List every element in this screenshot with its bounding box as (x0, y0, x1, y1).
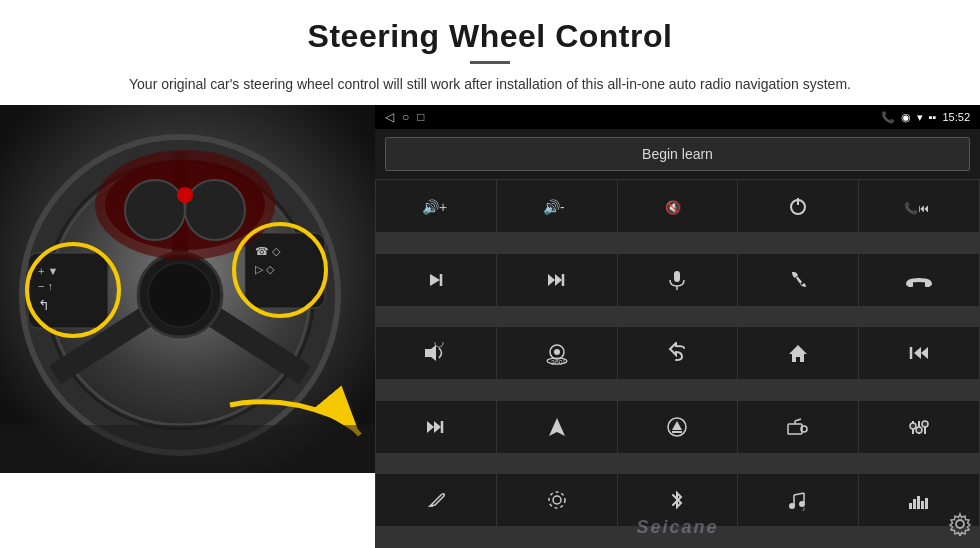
bluetooth-button[interactable] (618, 474, 738, 526)
svg-point-23 (177, 187, 193, 203)
begin-learn-row: Begin learn (375, 129, 980, 179)
next-track-button[interactable] (376, 254, 496, 306)
svg-text:☎  ◇: ☎ ◇ (255, 245, 281, 257)
power-button[interactable] (738, 180, 858, 232)
svg-text:📞⏮: 📞⏮ (904, 201, 929, 215)
begin-learn-button[interactable]: Begin learn (385, 137, 970, 171)
svg-text:↰: ↰ (38, 297, 50, 313)
svg-rect-42 (908, 282, 913, 287)
settings-button[interactable] (497, 474, 617, 526)
svg-text:−  ↑: − ↑ (38, 280, 53, 292)
svg-marker-52 (921, 347, 928, 359)
svg-rect-83 (921, 501, 924, 509)
page-wrapper: Steering Wheel Control Your original car… (0, 0, 980, 548)
time-display: 15:52 (942, 111, 970, 123)
svg-text:▷  ◇: ▷ ◇ (255, 263, 275, 275)
svg-marker-44 (425, 345, 436, 361)
svg-text:🔊+: 🔊+ (422, 199, 447, 216)
svg-point-73 (549, 492, 565, 508)
svg-rect-80 (909, 503, 912, 509)
svg-rect-43 (925, 282, 930, 287)
svg-marker-34 (430, 274, 440, 286)
svg-text:♪: ♪ (802, 505, 806, 511)
svg-rect-27 (0, 425, 375, 473)
mute-button[interactable]: 🔇 (618, 180, 738, 232)
location-icon: ◉ (901, 111, 911, 124)
svg-marker-50 (789, 345, 807, 362)
phone-button[interactable] (738, 254, 858, 306)
subtitle: Your original car's steering wheel contr… (80, 74, 900, 95)
vol-up-button[interactable]: 🔊+ (376, 180, 496, 232)
svg-point-77 (789, 503, 795, 509)
home-nav-icon[interactable]: ○ (402, 110, 409, 124)
page-title: Steering Wheel Control (60, 18, 920, 55)
svg-rect-82 (917, 496, 920, 509)
battery-icon: ▪▪ (929, 111, 937, 123)
home-button[interactable] (738, 327, 858, 379)
eject-button[interactable] (618, 401, 738, 453)
svg-point-18 (148, 263, 212, 327)
nav-button[interactable] (497, 401, 617, 453)
svg-text:360°: 360° (551, 359, 566, 365)
android-panel: ◁ ○ □ 📞 ◉ ▾ ▪▪ 15:52 Begin learn (375, 105, 980, 548)
status-bar-right: 📞 ◉ ▾ ▪▪ 15:52 (881, 111, 970, 124)
prev-prev-button[interactable] (859, 327, 979, 379)
svg-point-85 (956, 520, 964, 528)
svg-rect-84 (925, 498, 928, 509)
phone-icon: 📞 (881, 111, 895, 124)
svg-point-72 (553, 496, 561, 504)
pen-button[interactable] (376, 474, 496, 526)
svg-text:🔊-: 🔊- (543, 199, 565, 216)
svg-line-64 (795, 419, 801, 421)
svg-marker-53 (914, 347, 921, 359)
svg-marker-38 (555, 274, 562, 286)
svg-text:🔇: 🔇 (665, 199, 682, 216)
svg-marker-57 (549, 418, 565, 436)
fast-next-button[interactable] (376, 401, 496, 453)
radio-button[interactable] (738, 401, 858, 453)
svg-point-70 (922, 421, 928, 427)
mic-button[interactable] (618, 254, 738, 306)
gear-icon-corner[interactable] (948, 512, 972, 542)
button-grid: 🔊+ 🔊- 🔇 📞 (375, 179, 980, 548)
call-prev-button[interactable]: 📞⏮ (859, 180, 979, 232)
title-divider (470, 61, 510, 64)
status-bar: ◁ ○ □ 📞 ◉ ▾ ▪▪ 15:52 (375, 105, 980, 129)
music-button[interactable]: ♪ (738, 474, 858, 526)
svg-marker-55 (434, 421, 441, 433)
steering-wheel-image: + ▼ − ↑ ↰ ☎ ◇ ▷ ◇ (0, 105, 375, 473)
recent-nav-icon[interactable]: □ (417, 110, 424, 124)
wifi-icon: ▾ (917, 111, 923, 124)
fast-forward-button[interactable] (497, 254, 617, 306)
svg-point-47 (554, 349, 560, 355)
speaker-button[interactable] (376, 327, 496, 379)
image-panel: + ▼ − ↑ ↰ ☎ ◇ ▷ ◇ (0, 105, 375, 473)
svg-point-22 (185, 180, 245, 240)
status-bar-left: ◁ ○ □ (385, 110, 425, 124)
header-section: Steering Wheel Control Your original car… (0, 0, 980, 105)
svg-point-66 (910, 423, 916, 429)
svg-point-21 (125, 180, 185, 240)
camera360-button[interactable]: 360° (497, 327, 617, 379)
svg-marker-54 (427, 421, 434, 433)
svg-rect-81 (913, 499, 916, 509)
svg-point-68 (916, 427, 922, 433)
equalizer-button[interactable] (859, 401, 979, 453)
svg-text:+  ▼: + ▼ (38, 265, 58, 277)
back-nav-icon[interactable]: ◁ (385, 110, 394, 124)
svg-line-75 (794, 493, 804, 495)
svg-point-45 (435, 342, 443, 347)
svg-marker-59 (672, 421, 682, 430)
hang-up-button[interactable] (859, 254, 979, 306)
content-section: + ▼ − ↑ ↰ ☎ ◇ ▷ ◇ (0, 105, 980, 548)
svg-marker-37 (548, 274, 555, 286)
vol-down-button[interactable]: 🔊- (497, 180, 617, 232)
svg-rect-61 (788, 424, 802, 434)
svg-rect-40 (674, 271, 680, 282)
back-button[interactable] (618, 327, 738, 379)
